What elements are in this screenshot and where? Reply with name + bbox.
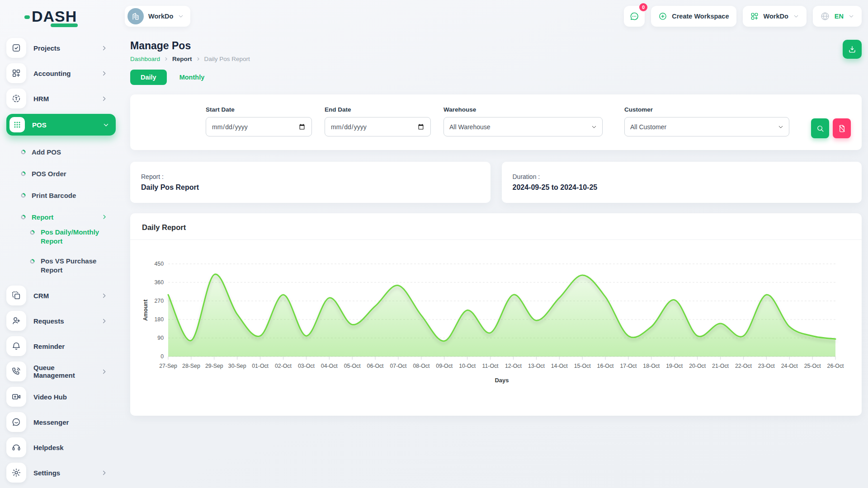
warehouse-select[interactable]: All Warehouse [443,117,603,136]
sidebar-subitem-print-barcode[interactable]: Print Barcode [6,184,116,206]
chevron-down-icon [178,13,184,19]
svg-text:24-Oct: 24-Oct [781,363,798,369]
download-button[interactable] [843,40,862,59]
logo-bar [51,23,78,27]
sidebar-item-settings[interactable]: Settings [6,463,116,483]
svg-text:30-Sep: 30-Sep [228,363,246,369]
sidebar-subitem-pos-vs-purchase-report[interactable]: Pos VS Purchase Report [6,257,116,278]
daily-report-chart: 09018027036045027-Sep28-Sep29-Sep30-Sep0… [140,244,850,393]
breadcrumb-item: Daily Pos Report [204,56,250,62]
sidebar-item-helpdesk[interactable]: Helpdesk [6,437,116,457]
chevron-right-icon [101,45,108,52]
breadcrumb-item[interactable]: Dashboard [130,56,160,62]
breadcrumb: DashboardReportDaily Pos Report [130,56,250,62]
workspace-menu-label: WorkDo [764,13,788,20]
svg-text:09-Oct: 09-Oct [436,363,453,369]
chevron-right-icon [101,70,108,77]
svg-text:01-Oct: 01-Oct [252,363,269,369]
file-off-icon [838,124,846,133]
svg-text:13-Oct: 13-Oct [528,363,545,369]
workspace-menu-button[interactable]: WorkDo [743,6,807,27]
chevron-right-icon [101,368,108,375]
logo-dot [24,15,30,19]
tab-daily[interactable]: Daily [130,70,167,85]
start-date-input[interactable] [206,117,312,136]
svg-text:29-Sep: 29-Sep [205,363,223,369]
sidebar-item-label: Accounting [33,70,94,77]
sidebar-subitem-add-pos[interactable]: Add POS [6,141,116,163]
sidebar: ProjectsAccountingHRMPOSAdd POSPOS Order… [0,33,122,488]
language-selector[interactable]: EN [813,6,862,27]
sidebar-subitem-label: Pos Daily/Monthly Report [41,228,116,246]
sidebar-subitem-report[interactable]: Report [6,206,116,228]
start-date-group: Start Date [206,106,312,136]
create-workspace-label: Create Workspace [672,13,729,20]
sidebar-item-video-hub[interactable]: Video Hub [6,387,116,407]
sidebar-item-reminder[interactable]: Reminder [6,336,116,356]
chat-smile-icon [6,412,26,432]
search-button[interactable] [811,118,829,138]
svg-text:450: 450 [154,261,164,267]
filter-panel: Start Date End Date Warehouse All Wareho… [130,94,862,150]
sidebar-item-messenger[interactable]: Messenger [6,412,116,432]
report-label: Report : [141,173,480,180]
x-axis-title: Days [495,377,509,384]
svg-text:270: 270 [154,298,164,304]
grid-plus-icon [6,63,26,83]
svg-text:21-Oct: 21-Oct [712,363,729,369]
svg-text:17-Oct: 17-Oct [620,363,637,369]
svg-text:05-Oct: 05-Oct [344,363,361,369]
checkbox-icon [6,38,26,58]
bullet-icon [30,230,35,235]
sidebar-item-label: Projects [33,44,94,52]
chevron-right-icon [101,318,108,324]
warehouse-label: Warehouse [443,106,603,113]
sidebar-item-label: POS [32,121,95,129]
chevron-down-icon [103,122,109,128]
sidebar-item-pos[interactable]: POS [6,114,116,136]
app-logo[interactable]: DASH [0,9,122,24]
svg-text:27-Sep: 27-Sep [159,363,177,369]
svg-text:02-Oct: 02-Oct [275,363,292,369]
sidebar-subitem-pos-order[interactable]: POS Order [6,163,116,184]
y-axis-title: Amount [142,299,149,321]
sidebar-subitem-label: POS Order [32,170,116,178]
customer-label: Customer [624,106,789,113]
create-workspace-button[interactable]: Create Workspace [651,6,736,27]
topbar: DASH WorkDo 0 Create Workspace WorkDo EN [0,0,868,33]
sidebar-item-queue-management[interactable]: Queue Management [6,361,116,381]
svg-text:360: 360 [154,279,164,286]
sidebar-item-crm[interactable]: CRM [6,286,116,305]
svg-text:26-Oct: 26-Oct [827,363,844,369]
headset-icon [6,437,26,457]
sidebar-item-projects[interactable]: Projects [6,38,116,58]
svg-text:23-Oct: 23-Oct [758,363,775,369]
messages-button[interactable]: 0 [624,6,645,27]
end-date-input[interactable] [325,117,431,136]
sidebar-item-label: Settings [33,469,94,477]
tab-monthly[interactable]: Monthly [171,70,213,85]
svg-text:19-Oct: 19-Oct [666,363,683,369]
search-icon [816,124,825,133]
customer-select[interactable]: All Customer [624,117,789,136]
grid-plus-icon [750,12,759,21]
download-icon [848,45,857,54]
chevron-right-icon [101,95,108,102]
copy-icon [6,286,26,305]
bell-icon [6,336,26,356]
sidebar-item-hrm[interactable]: HRM [6,89,116,108]
sidebar-subitem-label: Add POS [32,148,116,156]
bullet-icon [21,171,26,176]
page-title: Manage Pos [130,40,250,52]
reset-filter-button[interactable] [833,118,851,138]
filter-actions [811,106,851,138]
workspace-selector[interactable]: WorkDo [125,6,190,27]
sidebar-subitem-pos-daily-monthly-report[interactable]: Pos Daily/Monthly Report [6,228,116,249]
breadcrumb-item: Report [172,56,192,62]
sidebar-item-requests[interactable]: Requests [6,311,116,331]
start-date-label: Start Date [206,106,312,113]
language-code: EN [835,13,844,20]
sidebar-item-label: Messenger [33,418,116,426]
sidebar-item-accounting[interactable]: Accounting [6,63,116,83]
svg-text:15-Oct: 15-Oct [574,363,591,369]
